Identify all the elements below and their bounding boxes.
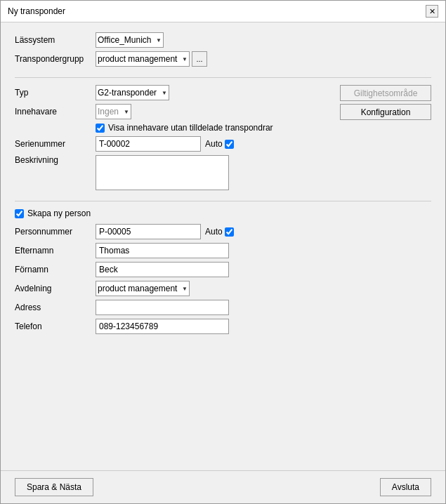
- adress-label: Adress: [15, 303, 96, 312]
- efternamn-label: Efternamn: [15, 246, 96, 256]
- transpondergrupp-field: product management ...: [96, 51, 431, 67]
- efternamn-field: [96, 243, 431, 258]
- lassystem-field: Office_Munich: [96, 32, 431, 48]
- avdelning-select-wrapper: product management: [96, 281, 190, 296]
- beskrivning-textarea[interactable]: [96, 155, 229, 190]
- fornamn-field: [96, 262, 431, 277]
- auto-label-serienummer: Auto: [205, 139, 223, 149]
- dialog-content: Lässystem Office_Munich Transpondergrupp…: [1, 22, 445, 470]
- fornamn-input[interactable]: [96, 262, 229, 277]
- beskrivning-row: Beskrivning: [15, 155, 431, 190]
- adress-row: Adress: [15, 300, 431, 315]
- telefon-field: [96, 319, 431, 334]
- personnummer-label: Personnummer: [15, 227, 96, 237]
- serienummer-row: Serienummer Auto: [15, 136, 431, 152]
- dialog-title: Ny transponder: [8, 6, 65, 16]
- avsluta-button[interactable]: Avsluta: [380, 478, 431, 496]
- dialog-window: Ny transponder ✕ Lässystem Office_Munich…: [0, 0, 446, 504]
- lassystem-select-wrapper: Office_Munich: [96, 32, 164, 48]
- innehavare-select-wrapper: Ingen: [96, 104, 131, 119]
- personnummer-field: Auto: [96, 224, 431, 239]
- innehavare-label: Innehavare: [15, 107, 96, 117]
- telefon-input[interactable]: [96, 319, 229, 334]
- avdelning-row: Avdelning product management: [15, 281, 431, 296]
- beskrivning-field: [96, 155, 431, 190]
- auto-checkbox-personnummer[interactable]: [225, 227, 234, 237]
- visa-checkbox[interactable]: [96, 124, 105, 133]
- lassystem-select[interactable]: Office_Munich: [96, 32, 164, 48]
- efternamn-input[interactable]: [96, 243, 229, 258]
- typ-select[interactable]: G2-transponder: [96, 85, 169, 100]
- konfiguration-button[interactable]: Konfiguration: [340, 104, 431, 120]
- auto-checkbox-serienummer[interactable]: [225, 140, 234, 149]
- transpondergrupp-label: Transpondergrupp: [15, 54, 96, 64]
- efternamn-row: Efternamn: [15, 243, 431, 258]
- avdelning-select[interactable]: product management: [96, 281, 190, 296]
- transpondergrupp-row: Transpondergrupp product management ...: [15, 51, 431, 67]
- innehavare-select[interactable]: Ingen: [96, 104, 131, 119]
- skapa-ny-person-row: Skapa ny person: [15, 208, 431, 218]
- serienummer-input[interactable]: [96, 136, 201, 152]
- skapa-ny-person-checkbox[interactable]: [15, 209, 24, 218]
- fornamn-row: Förnamn: [15, 262, 431, 277]
- lassystem-label: Lässystem: [15, 35, 96, 45]
- close-button[interactable]: ✕: [426, 5, 438, 18]
- fornamn-label: Förnamn: [15, 265, 96, 274]
- visa-checkbox-row: Visa innehavare utan tilldelade transpon…: [96, 123, 431, 133]
- divider-1: [15, 77, 431, 78]
- transpondergrupp-dots-button[interactable]: ...: [192, 51, 207, 67]
- giltighetsomrade-button[interactable]: Giltighetsområde: [340, 85, 431, 101]
- lassystem-row: Lässystem Office_Munich: [15, 32, 431, 48]
- beskrivning-label: Beskrivning: [15, 155, 96, 165]
- personnummer-input[interactable]: [96, 224, 201, 239]
- personnummer-row: Personnummer Auto: [15, 224, 431, 239]
- dialog-footer: Spara & Nästa Avsluta: [1, 470, 445, 503]
- typ-select-wrapper: G2-transponder: [96, 85, 169, 100]
- visa-checkbox-label: Visa innehavare utan tilldelade transpon…: [108, 123, 273, 133]
- avdelning-field: product management: [96, 281, 431, 296]
- typ-label: Typ: [15, 88, 96, 98]
- serienummer-label: Serienummer: [15, 139, 96, 149]
- skapa-ny-person-label: Skapa ny person: [27, 208, 91, 218]
- save-next-button[interactable]: Spara & Nästa: [15, 478, 93, 496]
- serienummer-field: Auto: [96, 136, 431, 152]
- transpondergrupp-select-wrapper: product management: [96, 51, 190, 67]
- divider-2: [15, 201, 431, 201]
- auto-label-personnummer: Auto: [205, 227, 223, 237]
- avdelning-label: Avdelning: [15, 284, 96, 293]
- transpondergrupp-select[interactable]: product management: [96, 51, 190, 67]
- telefon-row: Telefon: [15, 319, 431, 334]
- telefon-label: Telefon: [15, 321, 96, 331]
- adress-input[interactable]: [96, 300, 229, 315]
- adress-field: [96, 300, 431, 315]
- title-bar: Ny transponder ✕: [1, 1, 445, 22]
